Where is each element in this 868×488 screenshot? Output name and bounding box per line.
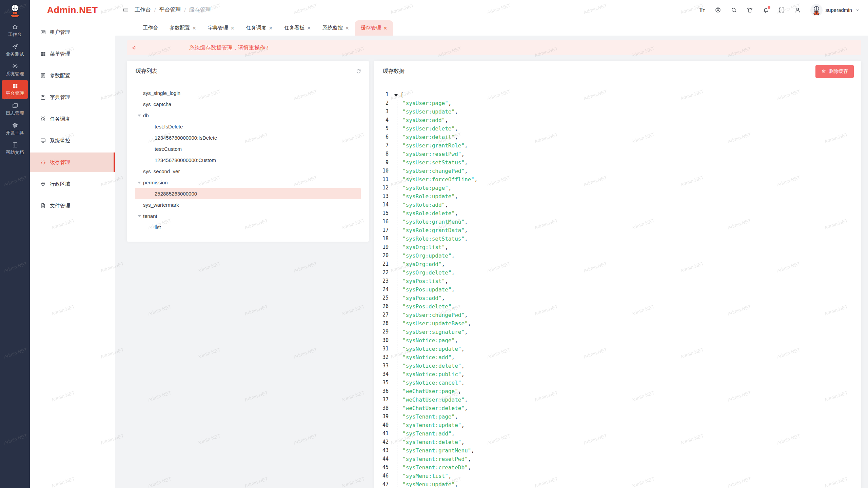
fold-caret-icon[interactable] [394, 94, 398, 97]
tree-node-label: tenant [143, 213, 157, 219]
json-comma: , [458, 388, 461, 394]
tab-6[interactable]: 缓存管理✕ [355, 20, 393, 36]
json-comma: , [455, 134, 458, 140]
sidebar-item-dict[interactable]: 字典管理 [30, 87, 115, 107]
sidebar-item-burst[interactable]: 缓存管理 [30, 152, 115, 172]
tab-close-icon[interactable]: ✕ [307, 26, 311, 30]
sidebar-item-monitor[interactable]: 系统监控 [30, 131, 115, 150]
tree-node[interactable]: sys_second_ver [135, 166, 361, 177]
tab-0[interactable]: 工作台 [137, 20, 164, 36]
tab-close-icon[interactable]: ✕ [231, 26, 235, 30]
app-logo[interactable] [0, 0, 30, 20]
tree-node[interactable]: list [135, 222, 361, 233]
sidebar-item-clock[interactable]: 任务调度 [30, 109, 115, 129]
delete-cache-button[interactable]: 删除缓存 [815, 65, 854, 78]
breadcrumb: 工作台 / 平台管理 / 缓存管理 [135, 6, 211, 14]
rail-item-gear[interactable]: 系统管理 [2, 60, 28, 79]
rail-item-chip[interactable]: 开发工具 [2, 119, 28, 138]
tree-expand-icon[interactable] [138, 215, 143, 217]
tree-expand-icon[interactable] [138, 182, 143, 184]
code-content: sysUser:delete, [397, 124, 458, 133]
tab-1[interactable]: 参数配置✕ [164, 20, 202, 36]
sidebar-item-location[interactable]: 行政区域 [30, 174, 115, 194]
breadcrumb-item-workbench[interactable]: 工作台 [135, 6, 151, 14]
tree-expand-icon[interactable] [138, 115, 143, 117]
rail-item-label: 平台管理 [2, 90, 28, 97]
content-area: 系统缓存数据管理，请慎重操作！ 缓存列表 sys_single_loginsys… [115, 36, 868, 488]
tab-close-icon[interactable]: ✕ [192, 26, 196, 30]
search-icon[interactable] [731, 7, 737, 14]
tab-3[interactable]: 任务调度✕ [240, 20, 278, 36]
tree-node[interactable]: permission [135, 177, 361, 188]
line-number: 40 [380, 421, 394, 429]
json-string: weChatUser:update [402, 396, 465, 403]
notification-bell-icon[interactable] [763, 7, 769, 14]
json-string: sysUser:updateBase [402, 320, 468, 327]
rail-item-send[interactable]: 业务测试 [2, 41, 28, 60]
sidebar-item-grid[interactable]: 菜单管理 [30, 44, 115, 64]
tree-node[interactable]: test:Custom [135, 143, 361, 155]
line-number: 19 [380, 243, 394, 251]
code-content: sysTenant:delete, [397, 438, 465, 446]
tab-4[interactable]: 任务看板✕ [278, 20, 317, 36]
home-icon [2, 24, 28, 30]
font-size-icon[interactable]: TT [699, 7, 706, 14]
code-line: 42sysTenant:delete, [380, 438, 861, 446]
line-number: 34 [380, 370, 394, 379]
grid-icon [2, 83, 28, 89]
code-content: sysTenant:page, [397, 412, 458, 421]
tab-2[interactable]: 字典管理✕ [202, 20, 240, 36]
sidebar-item-file[interactable]: 文件管理 [30, 196, 115, 216]
json-string: sysPos:delete [402, 303, 452, 310]
code-content: sysTenant:resetPwd, [397, 455, 471, 463]
tree-node[interactable]: test:IsDelete [135, 121, 361, 132]
code-content: sysNotice:cancel, [397, 379, 465, 387]
line-number: 33 [380, 362, 394, 370]
theme-skin-icon[interactable] [747, 7, 753, 14]
line-number: 3 [380, 107, 394, 116]
tab-close-icon[interactable]: ✕ [269, 26, 273, 30]
tree-node-label: test:IsDelete [155, 124, 183, 129]
code-line: 17sysRole:grantData, [380, 226, 861, 235]
code-content: sysUser:resetPwd, [397, 150, 465, 158]
refresh-icon[interactable] [356, 68, 361, 74]
tree-node[interactable]: sys_single_login [135, 87, 361, 99]
tree-node[interactable]: db [135, 110, 361, 121]
code-line: 16sysRole:grantMenu, [380, 218, 861, 226]
json-string: sysOrg:delete [402, 269, 452, 276]
json-comma: , [442, 261, 445, 267]
language-icon[interactable] [715, 7, 722, 14]
tab-5[interactable]: 系统监控✕ [317, 20, 355, 36]
sidebar-item-label: 租户管理 [50, 29, 70, 36]
tree-node[interactable]: 123456780000000:Custom [135, 155, 361, 166]
json-comma: , [461, 346, 465, 352]
json-open-bracket: [ [400, 92, 404, 98]
tree-node[interactable]: sys_captcha [135, 99, 361, 110]
tree-node[interactable]: sys_wartermark [135, 199, 361, 210]
code-content: sysNotice:public, [397, 370, 465, 379]
sidebar-item-label: 任务调度 [50, 116, 70, 122]
tab-close-icon[interactable]: ✕ [345, 26, 349, 30]
menu-fold-icon[interactable] [122, 6, 129, 14]
rail-item-grid[interactable]: 平台管理 [2, 80, 28, 99]
code-content: sysUser:grantRole, [397, 141, 468, 150]
breadcrumb-item-platform[interactable]: 平台管理 [159, 6, 181, 14]
profile-icon[interactable] [794, 7, 801, 14]
rail-item-home[interactable]: 工作台 [2, 21, 28, 40]
tab-close-icon[interactable]: ✕ [383, 26, 388, 30]
json-comma: , [452, 286, 455, 293]
sidebar-item-label: 系统监控 [50, 138, 70, 144]
tree-node[interactable]: tenant [135, 210, 361, 222]
user-menu[interactable]: superadmin [810, 4, 860, 16]
rail-item-copy[interactable]: 日志管理 [2, 100, 28, 119]
tree-node-label: sys_wartermark [143, 202, 179, 208]
line-number: 24 [380, 285, 394, 294]
json-string: sysTenant:grantMenu [402, 447, 471, 454]
tree-node[interactable]: 252885263000000 [135, 188, 361, 199]
fullscreen-icon[interactable] [778, 7, 785, 14]
sidebar-item-idcard[interactable]: 租户管理 [30, 22, 115, 42]
tree-node[interactable]: 123456780000000:IsDelete [135, 132, 361, 143]
rail-item-book[interactable]: 帮助文档 [2, 139, 28, 158]
sidebar-item-docline[interactable]: 参数配置 [30, 66, 115, 85]
secondary-sidebar-items: 租户管理菜单管理参数配置字典管理任务调度系统监控缓存管理行政区域文件管理 [30, 20, 115, 216]
